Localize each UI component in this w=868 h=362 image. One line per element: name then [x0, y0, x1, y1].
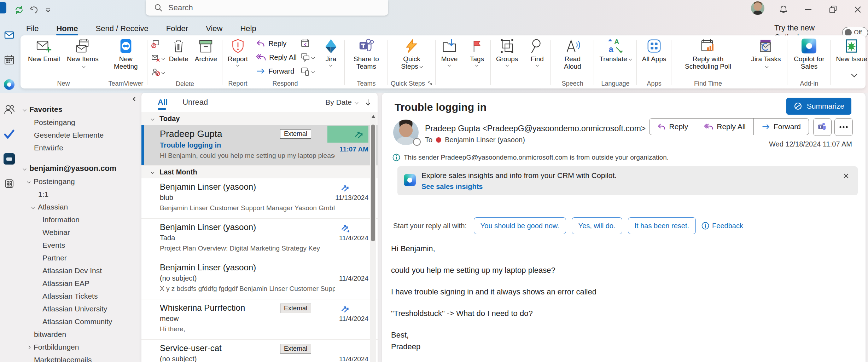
tab-file[interactable]: File: [25, 24, 39, 33]
email-row-blub[interactable]: Benjamin Linser (yasoon) blub Benjamin L…: [141, 178, 378, 219]
search-input[interactable]: Search: [146, 0, 388, 16]
forward-button[interactable]: Forward: [754, 118, 809, 135]
undo-icon[interactable]: [29, 5, 39, 15]
folder-webinar[interactable]: Webinar: [18, 226, 141, 239]
read-aloud-button[interactable]: Read Aloud: [554, 37, 591, 71]
new-items-button[interactable]: New Items: [64, 37, 101, 71]
forward-as-attachment-button[interactable]: [300, 66, 314, 77]
tab-unread[interactable]: Unread: [182, 93, 208, 112]
instant-message-button[interactable]: [300, 52, 314, 63]
dismiss-banner-icon[interactable]: [841, 171, 851, 180]
email-row-no-subject[interactable]: Benjamin Linser (yasoon) (no subject) X …: [141, 259, 378, 299]
email-list-scrollbar[interactable]: [370, 113, 376, 362]
folder-atlassian[interactable]: Atlassian: [18, 201, 141, 213]
notifications-bell-icon[interactable]: [776, 4, 791, 16]
folder-marketplacemails[interactable]: Marketplacemails: [18, 354, 141, 362]
folder-1-1[interactable]: 1:1: [18, 188, 141, 201]
nav-people-icon[interactable]: [0, 97, 18, 122]
move-button[interactable]: Move: [438, 37, 460, 67]
nav-todo-icon[interactable]: [0, 122, 18, 146]
delete-button[interactable]: Delete: [167, 37, 191, 64]
group-header-today[interactable]: Today: [141, 112, 378, 125]
cleanup-button[interactable]: [151, 52, 164, 64]
tab-home[interactable]: Home: [56, 24, 78, 33]
all-apps-button[interactable]: All Apps: [640, 37, 669, 64]
folder-fortbildungen[interactable]: Fortbildungen: [18, 341, 141, 354]
tab-all[interactable]: All: [158, 93, 168, 112]
close-button[interactable]: [851, 4, 865, 16]
email-row-tada[interactable]: Benjamin Linser (yasoon) Tada Project Pl…: [141, 219, 378, 259]
account-avatar[interactable]: [751, 1, 764, 15]
folder-atlassian-dev-inst[interactable]: Atlassian Dev Inst: [18, 264, 141, 277]
quick-steps-button[interactable]: Quick Steps: [393, 37, 430, 71]
tab-send-receive[interactable]: Send / Receive: [95, 24, 149, 33]
junk-button[interactable]: [151, 67, 164, 78]
jira-tasks-button[interactable]: Jira Tasks: [747, 37, 785, 71]
tab-folder[interactable]: Folder: [165, 24, 189, 33]
folder-favorite-posteingang[interactable]: Posteingang: [18, 116, 141, 129]
tab-view[interactable]: View: [205, 24, 223, 33]
tab-help[interactable]: Help: [239, 24, 257, 33]
reply-with-meeting-button[interactable]: [300, 38, 314, 49]
translate-button[interactable]: Aa Translate: [597, 37, 634, 64]
jira-quick-action-highlight[interactable]: [327, 126, 368, 143]
email-row-pradeep[interactable]: Pradeep Gupta Trouble logging in Hi Benj…: [141, 125, 378, 165]
favorites-header[interactable]: Favorites: [18, 103, 141, 116]
account-header[interactable]: benjamin@yasoon.com: [18, 162, 141, 175]
nav-calendar-icon[interactable]: [0, 47, 18, 72]
scroll-up-arrow[interactable]: [371, 115, 375, 118]
jira-button[interactable]: Jira: [320, 37, 342, 67]
dialog-launcher-icon[interactable]: [428, 81, 433, 86]
folder-information[interactable]: Information: [18, 213, 141, 226]
folder-atlassian-tickets[interactable]: Atlassian Tickets: [18, 290, 141, 303]
recipient-name[interactable]: Benjamin Linser (yasoon): [445, 136, 525, 144]
find-button[interactable]: Find: [526, 37, 548, 67]
new-email-button[interactable]: New Email: [25, 37, 63, 64]
copilot-for-sales-button[interactable]: Copilot for Sales: [790, 37, 828, 71]
folder-atlassian-community[interactable]: Atlassian Community: [18, 315, 141, 328]
suggested-reply-2[interactable]: Yes, will do.: [572, 217, 622, 234]
folder-favorite-entwuerfe[interactable]: Entwürfe: [18, 142, 141, 154]
reply-all-button[interactable]: Reply All: [256, 51, 297, 63]
folder-favorite-gesendete[interactable]: Gesendete Elemente: [18, 129, 141, 142]
folder-bitwarden[interactable]: bitwarden: [18, 328, 141, 341]
collapse-folder-pane-icon[interactable]: [132, 96, 137, 102]
summarize-button[interactable]: Summarize: [786, 98, 851, 115]
scrollbar-thumb[interactable]: [371, 125, 375, 241]
nav-copilot-icon[interactable]: [0, 72, 18, 97]
reply-all-button[interactable]: Reply All: [696, 118, 754, 135]
collapse-ribbon-chevron[interactable]: [852, 71, 856, 78]
see-sales-insights-link[interactable]: See sales insights: [421, 183, 617, 191]
share-to-teams-button[interactable]: [813, 118, 832, 136]
nav-more-apps-icon[interactable]: [0, 171, 18, 196]
share-to-teams-button[interactable]: Share to Teams: [348, 37, 385, 71]
email-row-meow[interactable]: Whiskerina Purrfection meow Hi there, Ex…: [141, 299, 378, 340]
more-actions-button[interactable]: [834, 118, 853, 136]
folder-partner[interactable]: Partner: [18, 252, 141, 264]
folder-atlassian-eap[interactable]: Atlassian EAP: [18, 277, 141, 290]
suggested-reply-3[interactable]: It has been reset.: [628, 217, 696, 234]
folder-posteingang[interactable]: Posteingang: [18, 175, 141, 188]
new-issue-button[interactable]: New Issue: [833, 37, 868, 64]
ignore-button[interactable]: [151, 38, 164, 50]
report-button[interactable]: Report: [225, 37, 250, 67]
tags-button[interactable]: Tags: [466, 37, 488, 67]
folder-events[interactable]: Events: [18, 239, 141, 252]
reply-button[interactable]: Reply: [649, 118, 697, 135]
suggested-reply-1[interactable]: You should be good now.: [474, 217, 566, 234]
archive-button[interactable]: Archive: [192, 37, 220, 64]
groups-button[interactable]: Groups: [494, 37, 520, 67]
folder-atlassian-university[interactable]: Atlassian University: [18, 303, 141, 315]
restore-window-button[interactable]: [826, 4, 840, 16]
feedback-link[interactable]: Feedback: [701, 222, 743, 230]
group-header-last-month[interactable]: Last Month: [141, 165, 378, 178]
sync-icon[interactable]: [14, 5, 24, 15]
minimize-button[interactable]: [801, 4, 815, 16]
sort-by-date[interactable]: By Date: [325, 98, 371, 107]
forward-button[interactable]: Forward: [256, 65, 297, 77]
new-meeting-button[interactable]: New Meeting: [107, 37, 145, 71]
email-row-service-user-cat[interactable]: Service-user-cat (no subject) Hi All Tha…: [141, 340, 378, 362]
customize-quick-access-icon[interactable]: [43, 5, 53, 15]
reply-button[interactable]: Reply: [256, 38, 297, 50]
nav-teamviewer-app-icon[interactable]: [0, 146, 18, 171]
